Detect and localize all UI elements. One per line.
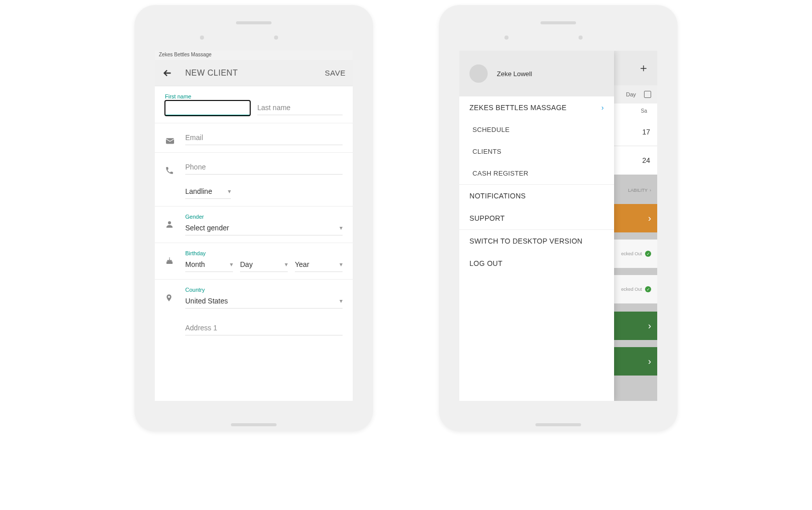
screen-new-client: Zekes Bettles Massage NEW CLIENT SAVE Fi… (155, 51, 353, 401)
phone-sensor (579, 36, 583, 40)
avatar (469, 64, 488, 83)
check-icon: ✓ (645, 251, 651, 257)
chevron-down-icon: ▾ (340, 224, 343, 231)
name-section: First name (155, 86, 353, 123)
phone-speaker (540, 21, 576, 24)
svg-rect-2 (169, 259, 170, 260)
calendar-icon[interactable] (644, 91, 651, 98)
back-arrow-icon[interactable] (162, 67, 173, 79)
svg-rect-0 (166, 138, 174, 144)
menu-desktop-version[interactable]: SWITCH TO DESKTOP VERSION (459, 230, 614, 252)
menu-notifications[interactable]: NOTIFICATIONS (459, 185, 614, 207)
status-bar: Zekes Bettles Massage (155, 51, 353, 60)
save-button[interactable]: SAVE (325, 69, 346, 77)
chevron-down-icon: ▾ (228, 188, 231, 195)
gender-value: Select gender (185, 224, 229, 232)
chevron-right-icon: › (648, 321, 651, 331)
location-icon (165, 287, 185, 309)
plus-icon[interactable]: ＋ (638, 60, 649, 76)
chevron-down-icon: ▾ (340, 297, 343, 304)
phone-input[interactable] (185, 160, 343, 175)
phone-homebar (231, 423, 277, 426)
phone-icon (165, 160, 185, 175)
phone-mock-left: Zekes Bettles Massage NEW CLIENT SAVE Fi… (134, 5, 373, 431)
svg-point-1 (168, 221, 171, 224)
tab-day-label: Day (626, 91, 636, 97)
check-icon: ✓ (645, 286, 651, 292)
birthday-section: Birthday Month▾ Day▾ Year▾ (155, 243, 353, 280)
phone-sensor (504, 36, 509, 40)
gender-select[interactable]: Select gender ▾ (185, 221, 343, 235)
country-section: Country United States ▾ (155, 280, 353, 343)
gender-label: Gender (185, 214, 343, 220)
chevron-down-icon: ▾ (230, 261, 233, 268)
email-section (155, 123, 353, 153)
nav-drawer: Zeke Lowell ZEKES BETTLES MASSAGE › SCHE… (459, 51, 614, 401)
country-value: United States (185, 297, 228, 305)
menu-support[interactable]: SUPPORT (459, 207, 614, 229)
chevron-right-icon: › (601, 104, 604, 112)
phone-type-select[interactable]: Landline ▾ (185, 184, 231, 199)
year-select[interactable]: Year▾ (295, 257, 343, 272)
business-label: ZEKES BETTLES MASSAGE (469, 104, 566, 112)
phone-speaker (236, 21, 272, 24)
cake-icon (165, 250, 185, 265)
country-select[interactable]: United States ▾ (185, 294, 343, 309)
day-select[interactable]: Day▾ (240, 257, 288, 272)
screen-menu: ＋ Day Sa 17 24 LABILITY› › ecked Out✓ ec… (459, 51, 657, 401)
menu-logout[interactable]: LOG OUT (459, 252, 614, 275)
first-name-label: First name (165, 93, 250, 99)
phone-homebar (535, 423, 581, 426)
chevron-right-icon: › (648, 356, 651, 367)
drawer-header[interactable]: Zeke Lowell (459, 51, 614, 96)
address-input[interactable] (185, 321, 343, 335)
phone-section: Landline ▾ (155, 153, 353, 207)
email-input[interactable] (185, 130, 343, 145)
phone-sensor (200, 36, 204, 40)
page-title: NEW CLIENT (173, 69, 325, 78)
phone-mock-right: ＋ Day Sa 17 24 LABILITY› › ecked Out✓ ec… (439, 5, 678, 431)
menu-schedule[interactable]: SCHEDULE (459, 119, 614, 141)
email-icon (165, 130, 185, 145)
phone-sensor (274, 36, 278, 40)
chevron-down-icon: ▾ (340, 261, 343, 268)
business-item[interactable]: ZEKES BETTLES MASSAGE › (459, 96, 614, 119)
header: NEW CLIENT SAVE (155, 60, 353, 86)
birthday-label: Birthday (185, 250, 343, 256)
phone-type-value: Landline (185, 187, 212, 195)
chevron-down-icon: ▾ (285, 261, 288, 268)
menu-clients[interactable]: CLIENTS (459, 141, 614, 162)
chevron-right-icon: › (648, 213, 651, 224)
person-icon (165, 214, 185, 229)
last-name-input[interactable] (257, 100, 343, 115)
chevron-right-icon: › (650, 188, 651, 193)
first-name-input[interactable] (165, 100, 250, 116)
gender-section: Gender Select gender ▾ (155, 207, 353, 243)
user-name: Zeke Lowell (497, 70, 532, 78)
month-select[interactable]: Month▾ (185, 257, 233, 272)
menu-cash-register[interactable]: CASH REGISTER (459, 162, 614, 184)
country-label: Country (185, 287, 343, 293)
